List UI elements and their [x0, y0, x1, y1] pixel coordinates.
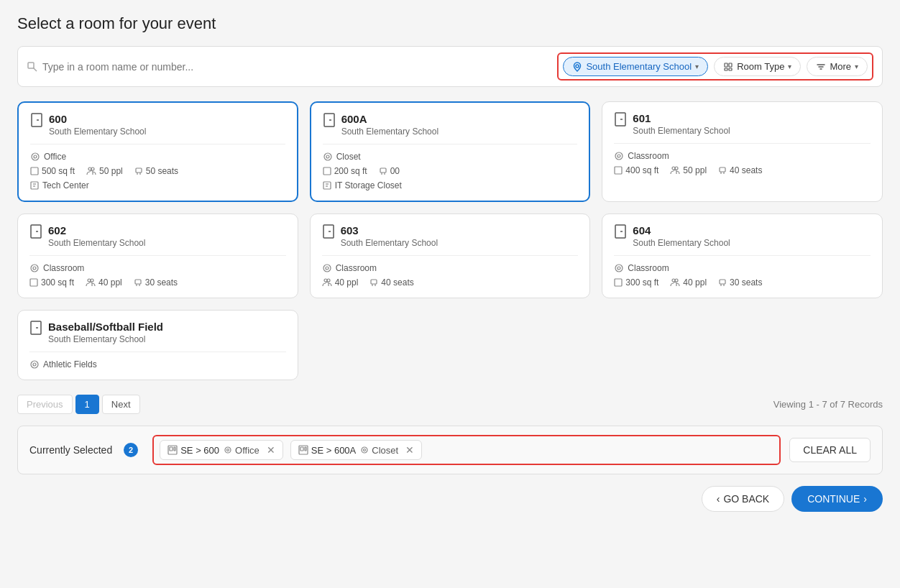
room-card-header: 600A South Elementary School [323, 113, 578, 137]
next-page-btn[interactable]: Next [102, 395, 140, 414]
svg-point-22 [324, 153, 331, 160]
svg-point-13 [91, 167, 94, 170]
svg-point-2 [576, 65, 579, 68]
seats-stat: 00 [379, 166, 400, 176]
seats-stat: 40 seats [718, 165, 762, 175]
svg-point-37 [675, 167, 678, 170]
chip-close-0[interactable]: ✕ [267, 444, 275, 456]
room-card-603[interactable]: 603 South Elementary School Classroom 40… [310, 213, 591, 298]
svg-rect-81 [305, 447, 306, 451]
room-door-icon [614, 112, 627, 127]
room-type: Classroom [614, 151, 871, 161]
room-type: Athletic Fields [29, 359, 286, 369]
room-type-filter-btn[interactable]: Room Type ▾ [714, 57, 801, 76]
svg-rect-38 [720, 167, 725, 172]
room-name: 602 [48, 224, 145, 236]
svg-point-43 [31, 265, 38, 272]
svg-point-66 [675, 279, 678, 282]
go-back-button[interactable]: ‹ GO BACK [702, 486, 784, 512]
search-input-wrapper[interactable] [27, 61, 550, 73]
ppl-stat: 50 ppl [86, 166, 123, 176]
rooms-grid: 600 South Elementary School Office 500 s… [17, 101, 883, 380]
more-filter-label: More [830, 61, 851, 72]
room-door-icon [29, 321, 42, 335]
continue-label: CONTINUE [807, 493, 860, 505]
room-name: 601 [633, 112, 730, 124]
room-card-600A[interactable]: 600A South Elementary School Closet 200 … [310, 101, 591, 202]
search-filter-bar: South Elementary School ▾ Room Type ▾ Mo… [17, 46, 883, 87]
sqft-stat: 300 sq ft [614, 277, 658, 288]
room-type: Classroom [614, 263, 871, 273]
continue-chevron-icon: › [863, 493, 867, 505]
sqft-stat: 200 sq ft [323, 166, 367, 176]
go-back-label: GO BACK [723, 493, 769, 505]
location-icon [572, 62, 582, 72]
room-school: South Elementary School [49, 127, 146, 137]
room-card-600[interactable]: 600 South Elementary School Office 500 s… [17, 101, 298, 202]
ppl-stat: 40 ppl [322, 277, 359, 288]
room-details: Classroom 300 sq ft 40 ppl 30 seats [614, 263, 871, 288]
sqft-stat: 500 sq ft [30, 166, 75, 176]
location-chevron-icon: ▾ [695, 63, 699, 70]
room-type-icon [723, 62, 733, 72]
svg-point-47 [91, 279, 93, 282]
svg-rect-76 [174, 447, 175, 451]
pagination-info: Viewing 1 - 7 of 7 Records [773, 399, 883, 410]
room-name: 603 [341, 224, 438, 236]
room-card-604[interactable]: 604 South Elementary School Classroom 30… [602, 213, 883, 298]
room-details: Athletic Fields [29, 359, 286, 369]
svg-rect-80 [300, 447, 303, 451]
room-card-header: 604 South Elementary School [614, 224, 871, 248]
svg-rect-57 [371, 280, 377, 284]
room-card-header: 600 South Elementary School [30, 113, 285, 137]
sqft-stat: 400 sq ft [614, 165, 658, 175]
room-card-header: 603 South Elementary School [322, 224, 579, 248]
svg-rect-45 [30, 279, 37, 286]
room-card-601[interactable]: 601 South Elementary School Classroom 40… [602, 101, 883, 202]
svg-rect-35 [615, 167, 622, 174]
seats-stat: 50 seats [134, 166, 178, 176]
search-input[interactable] [42, 61, 550, 73]
currently-selected-label: Currently Selected [29, 444, 112, 456]
room-school: South Elementary School [633, 238, 730, 248]
bottom-bar: Currently Selected 2 SE > 600 Office ✕ S… [17, 426, 883, 474]
svg-point-62 [615, 265, 623, 272]
room-card-header: 602 South Elementary School [29, 224, 286, 248]
room-door-icon [322, 224, 335, 239]
room-type: Closet [323, 152, 578, 162]
svg-point-63 [617, 267, 620, 270]
svg-rect-64 [615, 279, 622, 286]
svg-point-73 [33, 363, 36, 366]
svg-point-83 [364, 449, 366, 451]
svg-rect-3 [725, 63, 727, 67]
chip-close-1[interactable]: ✕ [405, 444, 414, 456]
ppl-stat: 40 ppl [86, 277, 122, 288]
clear-all-button[interactable]: CLEAR ALL [789, 438, 871, 462]
previous-page-btn[interactable]: Previous [17, 395, 73, 414]
svg-point-34 [617, 155, 620, 157]
sqft-stat: 300 sq ft [29, 277, 74, 288]
room-school: South Elementary School [48, 334, 163, 344]
room-card-header: Baseball/Softball Field South Elementary… [29, 321, 286, 344]
more-filter-btn[interactable]: More ▾ [807, 57, 868, 76]
continue-button[interactable]: CONTINUE › [791, 486, 883, 512]
filter-icon [816, 62, 826, 72]
svg-rect-28 [323, 182, 331, 189]
room-type: Office [30, 152, 285, 162]
room-details: Office 500 sq ft 50 ppl 50 seats Tech Ce… [30, 152, 285, 190]
room-type: Classroom [29, 263, 286, 273]
svg-rect-14 [136, 168, 142, 173]
room-card-header: 601 South Elementary School [614, 112, 871, 136]
room-card-602[interactable]: 602 South Elementary School Classroom 30… [17, 213, 298, 298]
seats-stat: 30 seats [718, 277, 762, 288]
svg-rect-17 [31, 182, 38, 189]
page-1-btn[interactable]: 1 [75, 395, 99, 414]
svg-point-56 [327, 279, 330, 282]
room-school: South Elementary School [341, 238, 438, 248]
page-title: Select a room for your event [17, 14, 883, 33]
room-tag: Tech Center [30, 180, 285, 190]
svg-rect-48 [135, 280, 141, 284]
more-chevron-icon: ▾ [855, 63, 858, 70]
room-card-baseball[interactable]: Baseball/Softball Field South Elementary… [17, 310, 298, 380]
location-filter-btn[interactable]: South Elementary School ▾ [563, 57, 708, 76]
